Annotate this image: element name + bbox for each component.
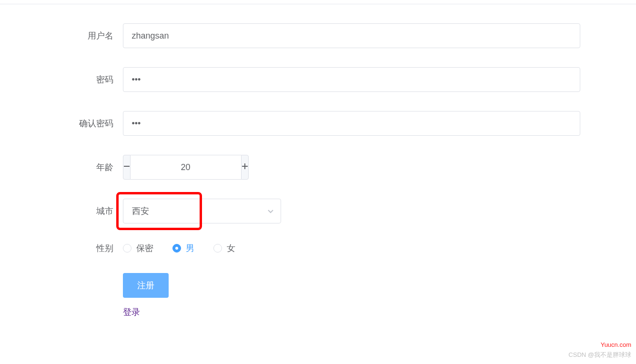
row-gender: 性别 保密 男 女 xyxy=(56,243,580,254)
gender-option-female[interactable]: 女 xyxy=(213,243,235,254)
gender-label: 性别 xyxy=(56,243,123,254)
row-confirm-password: 确认密码 xyxy=(56,111,580,136)
age-increase-button[interactable] xyxy=(241,155,249,180)
city-select-value: 西安 xyxy=(132,205,149,217)
minus-icon xyxy=(123,163,130,172)
row-actions: 注册 登录 xyxy=(56,273,580,318)
row-age: 年龄 xyxy=(56,155,580,180)
login-link[interactable]: 登录 xyxy=(123,306,140,318)
gender-option-male[interactable]: 男 xyxy=(172,243,194,254)
register-button[interactable]: 注册 xyxy=(123,273,169,298)
gender-option-secret[interactable]: 保密 xyxy=(123,243,153,254)
plus-icon xyxy=(242,163,248,172)
radio-label: 男 xyxy=(186,243,194,254)
age-stepper xyxy=(123,155,247,180)
city-select-wrap: 西安 xyxy=(123,199,281,223)
top-divider xyxy=(0,4,636,4)
confirm-password-label: 确认密码 xyxy=(56,118,123,129)
username-label: 用户名 xyxy=(56,30,123,41)
radio-label: 女 xyxy=(227,243,235,254)
password-label: 密码 xyxy=(56,74,123,85)
row-city: 城市 西安 xyxy=(56,199,580,223)
password-input[interactable] xyxy=(123,67,580,92)
username-input[interactable] xyxy=(123,23,580,48)
age-label: 年龄 xyxy=(56,162,123,173)
city-select[interactable]: 西安 xyxy=(123,199,281,223)
gender-radio-group: 保密 男 女 xyxy=(123,243,580,254)
registration-form: 用户名 密码 确认密码 年龄 xyxy=(56,23,580,318)
radio-icon xyxy=(123,244,131,253)
radio-label: 保密 xyxy=(136,243,153,254)
radio-icon xyxy=(213,244,222,253)
age-decrease-button[interactable] xyxy=(123,155,131,180)
radio-icon xyxy=(172,244,181,253)
confirm-password-input[interactable] xyxy=(123,111,580,136)
row-username: 用户名 xyxy=(56,23,580,48)
row-password: 密码 xyxy=(56,67,580,92)
age-input[interactable] xyxy=(131,155,241,180)
city-label: 城市 xyxy=(56,205,123,217)
